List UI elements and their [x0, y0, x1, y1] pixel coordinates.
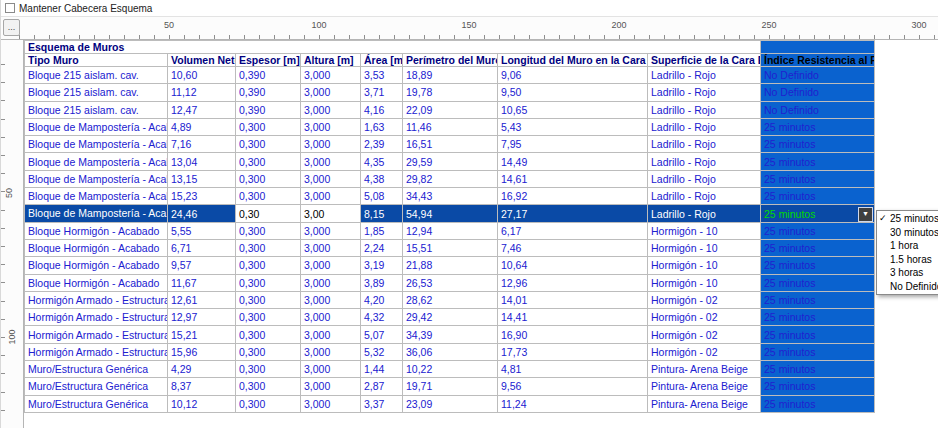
cell[interactable]: Bloque Hormigón - Acabado: [25, 222, 168, 239]
cell[interactable]: 9,56: [498, 378, 648, 395]
cell[interactable]: 3,000: [301, 84, 361, 101]
cell[interactable]: 24,46: [168, 205, 236, 222]
cell[interactable]: 11,46: [403, 118, 498, 135]
cell[interactable]: 10,65: [498, 101, 648, 118]
cell[interactable]: Hormigón - 02: [648, 309, 761, 326]
cell[interactable]: Hormigón - 10: [648, 274, 761, 291]
cell[interactable]: 3,000: [301, 378, 361, 395]
ruler-options-button[interactable]: ...: [3, 19, 20, 36]
cell[interactable]: 5,07: [361, 326, 403, 343]
cell[interactable]: Muro/Estructura Genérica: [25, 395, 168, 412]
cell[interactable]: 3,19: [361, 257, 403, 274]
cell[interactable]: 0,300: [236, 188, 301, 205]
cell[interactable]: 25 minutos: [761, 136, 875, 153]
cell[interactable]: 21,88: [403, 257, 498, 274]
cell[interactable]: 0,300: [236, 395, 301, 412]
cell[interactable]: 5,32: [361, 343, 403, 360]
cell[interactable]: 3,000: [301, 170, 361, 187]
cell[interactable]: 3,000: [301, 395, 361, 412]
cell[interactable]: 0,300: [236, 170, 301, 187]
cell[interactable]: Ladrillo - Rojo: [648, 101, 761, 118]
dropdown-item[interactable]: ✓25 minutos: [877, 212, 938, 226]
cell[interactable]: 15,23: [168, 188, 236, 205]
cell[interactable]: Bloque de Mampostería - Acabado: [25, 188, 168, 205]
cell[interactable]: 8,15: [361, 205, 403, 222]
cell[interactable]: 10,60: [168, 67, 236, 84]
cell[interactable]: 19,71: [403, 378, 498, 395]
cell[interactable]: 15,51: [403, 239, 498, 256]
cell[interactable]: Hormigón Armado - Estructural: [25, 291, 168, 308]
keep-header-checkbox[interactable]: [5, 3, 15, 13]
cell[interactable]: 4,35: [361, 153, 403, 170]
cell[interactable]: 4,81: [498, 361, 648, 378]
cell[interactable]: Ladrillo - Rojo: [648, 205, 761, 222]
cell[interactable]: 3,000: [301, 101, 361, 118]
cell[interactable]: 4,20: [361, 291, 403, 308]
cell[interactable]: 19,78: [403, 84, 498, 101]
cell[interactable]: 2,39: [361, 136, 403, 153]
cell[interactable]: 10,64: [498, 257, 648, 274]
column-header[interactable]: Longitud del Muro en la Cara Exterior: [498, 54, 648, 67]
cell[interactable]: 11,67: [168, 274, 236, 291]
cell[interactable]: Bloque de Mampostería - Acabado: [25, 153, 168, 170]
cell[interactable]: 0,300: [236, 222, 301, 239]
cell[interactable]: 9,57: [168, 257, 236, 274]
cell[interactable]: 13,04: [168, 153, 236, 170]
cell[interactable]: 25 minutos: [761, 170, 875, 187]
cell[interactable]: 0,300: [236, 118, 301, 135]
cell[interactable]: 3,89: [361, 274, 403, 291]
cell[interactable]: Bloque de Mampostería - Acabado: [25, 136, 168, 153]
cell[interactable]: 18,89: [403, 67, 498, 84]
column-header[interactable]: Índice Resistencia al Fuego: [761, 54, 875, 67]
column-header[interactable]: Tipo Muro: [25, 54, 168, 67]
cell[interactable]: Pintura- Arena Beige: [648, 361, 761, 378]
cell[interactable]: 11,24: [498, 395, 648, 412]
cell[interactable]: 25 minutos: [761, 395, 875, 412]
cell[interactable]: 14,49: [498, 153, 648, 170]
column-header[interactable]: Superficie de la Cara Exterior: [648, 54, 761, 67]
cell[interactable]: 3,000: [301, 257, 361, 274]
cell[interactable]: 13,15: [168, 170, 236, 187]
cell[interactable]: 4,32: [361, 309, 403, 326]
cell[interactable]: 14,41: [498, 309, 648, 326]
cell[interactable]: 3,000: [301, 222, 361, 239]
column-header[interactable]: Área [m2]: [361, 54, 403, 67]
cell[interactable]: 17,73: [498, 343, 648, 360]
cell[interactable]: 12,96: [498, 274, 648, 291]
cell[interactable]: 4,89: [168, 118, 236, 135]
cell[interactable]: 12,94: [403, 222, 498, 239]
cell[interactable]: Bloque 215 aislam. cav.: [25, 67, 168, 84]
cell[interactable]: 0,300: [236, 257, 301, 274]
cell[interactable]: 3,000: [301, 326, 361, 343]
cell[interactable]: 10,22: [403, 361, 498, 378]
cell[interactable]: 25 minutos: [761, 361, 875, 378]
cell[interactable]: Ladrillo - Rojo: [648, 188, 761, 205]
cell[interactable]: 16,51: [403, 136, 498, 153]
cell[interactable]: 25 minutos: [761, 274, 875, 291]
dropdown-item[interactable]: 30 minutos: [877, 226, 938, 240]
cell[interactable]: Bloque 215 aislam. cav.: [25, 84, 168, 101]
cell[interactable]: Bloque Hormigón - Acabado: [25, 239, 168, 256]
cell[interactable]: Muro/Estructura Genérica: [25, 361, 168, 378]
cell[interactable]: Ladrillo - Rojo: [648, 136, 761, 153]
column-header[interactable]: Altura [m]: [301, 54, 361, 67]
cell[interactable]: 25 minutos: [761, 153, 875, 170]
dropdown-arrow-button[interactable]: ▼: [858, 207, 873, 222]
cell[interactable]: 0,300: [236, 291, 301, 308]
cell[interactable]: 7,46: [498, 239, 648, 256]
cell[interactable]: Hormigón Armado - Estructural: [25, 326, 168, 343]
cell[interactable]: Pintura- Arena Beige: [648, 395, 761, 412]
dropdown-item[interactable]: 3 horas: [877, 266, 938, 280]
cell[interactable]: 12,97: [168, 309, 236, 326]
cell[interactable]: 0,300: [236, 136, 301, 153]
cell[interactable]: 15,96: [168, 343, 236, 360]
cell[interactable]: Bloque de Mampostería - Aca...▶: [25, 205, 168, 222]
dropdown-item[interactable]: 1 hora: [877, 239, 938, 253]
cell[interactable]: 6,17: [498, 222, 648, 239]
cell[interactable]: 3,37: [361, 395, 403, 412]
cell[interactable]: Bloque de Mampostería - Acabado: [25, 170, 168, 187]
cell[interactable]: 34,39: [403, 326, 498, 343]
cell[interactable]: Ladrillo - Rojo: [648, 118, 761, 135]
cell[interactable]: 54,94: [403, 205, 498, 222]
cell[interactable]: 10,12: [168, 395, 236, 412]
